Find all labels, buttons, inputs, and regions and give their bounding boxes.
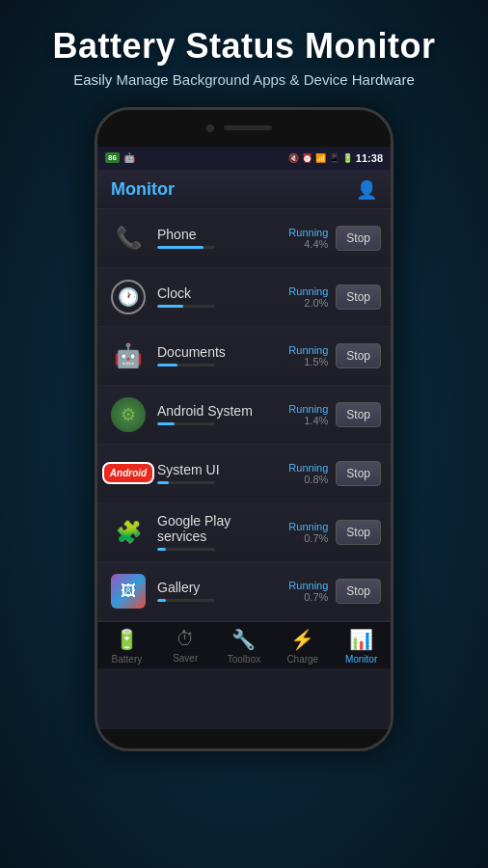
app-info-gallery: Gallery [149,580,288,602]
app-progress-system [157,422,215,425]
app-name-gallery: Gallery [157,580,281,595]
stop-button-gplay[interactable]: Stop [336,520,381,545]
profile-icon[interactable]: 👤 [356,179,377,201]
phone-home-bar [97,729,391,748]
list-item: 📞 Phone Running 4.4% Stop [97,209,391,268]
list-item: 🕐 Clock Running 2.0% Stop [97,268,391,327]
signal-icon: 📱 [329,153,339,163]
clock-app-icon: 🕐 [111,280,146,314]
list-item: 🤖 Documents Running 1.5% Stop [97,327,391,386]
app-header: Monitor 👤 [97,170,391,209]
nav-item-saver[interactable]: ⏱ Saver [156,628,215,665]
pct-text-docs: 1.5% [288,356,328,367]
app-title: Monitor [111,179,175,200]
nav-label-saver: Saver [173,653,198,664]
app-icon-docs-wrap: 🤖 [107,335,149,377]
app-name-phone: Phone [157,227,281,242]
saver-nav-icon: ⏱ [176,628,195,650]
app-status-docs: Running 1.5% [288,344,328,367]
running-text-gallery: Running [288,580,328,591]
app-info-system: Android System [149,403,288,425]
app-progress-bar-system [157,422,175,425]
app-progress-bar-phone [157,246,203,249]
status-bar: 86 🤖 🔇 ⏰ 📶 📱 🔋 11:38 [97,147,391,170]
app-name-sysui: System UI [157,462,281,477]
stop-button-docs[interactable]: Stop [336,343,381,368]
running-text-clock: Running [288,285,328,297]
toolbox-nav-icon: 🔧 [231,628,256,651]
running-text-phone: Running [288,227,328,238]
app-status-clock: Running 2.0% [288,285,328,309]
stop-button-system[interactable]: Stop [336,402,381,427]
stop-button-sysui[interactable]: Stop [336,461,381,486]
nav-label-battery: Battery [112,654,143,665]
nav-item-battery[interactable]: 🔋 Battery [97,628,156,665]
list-item: 🖼 Gallery Running 0.7% Stop [97,562,391,621]
app-info-phone: Phone [149,227,288,249]
app-progress-phone [157,246,215,249]
app-progress-bar-gallery [157,599,166,602]
app-screen: Monitor 👤 📞 Phone [97,170,391,729]
documents-app-icon: 🤖 [114,342,143,369]
phone-mockup: 86 🤖 🔇 ⏰ 📶 📱 🔋 11:38 Monitor 👤 [95,107,393,868]
mute-icon: 🔇 [288,153,299,163]
gallery-app-icon: 🖼 [111,574,146,609]
stop-button-clock[interactable]: Stop [336,285,381,310]
subtitle: Easily Manage Background Apps & Device H… [19,71,469,88]
battery-nav-icon: 🔋 [115,628,139,651]
nav-item-monitor[interactable]: 📊 Monitor [332,628,391,665]
running-text-sysui: Running [288,462,328,474]
app-icon-phone-wrap: 📞 [107,217,149,259]
alarm-icon: ⏰ [302,153,312,163]
phone-app-icon: 📞 [116,226,142,251]
app-icon-system-wrap: ⚙ [107,393,149,436]
system-ui-icon: Android [102,462,154,484]
app-name-system: Android System [157,403,281,419]
pct-text-gplay: 0.7% [288,532,328,544]
app-info-gplay: Google Play services [149,513,288,551]
app-progress-sysui [157,481,215,484]
nav-item-charge[interactable]: ⚡ Charge [273,628,332,665]
app-status-gplay: Running 0.7% [288,521,328,544]
app-info-docs: Documents [149,344,288,366]
phone-top [97,110,391,147]
bottom-nav: 🔋 Battery ⏱ Saver 🔧 Toolbox ⚡ Charge 📊 [97,621,391,668]
app-status-sysui: Running 0.8% [288,462,328,485]
app-icon-clock-wrap: 🕐 [107,276,149,318]
app-progress-gallery [157,599,215,602]
status-icon-robot: 🤖 [123,152,135,163]
app-icon-sysui-wrap: Android [107,452,149,495]
running-text-docs: Running [288,344,328,356]
pct-text-sysui: 0.8% [288,474,328,485]
nav-label-toolbox: Toolbox [228,654,260,665]
wifi-icon: 📶 [315,153,326,163]
phone-outer: 86 🤖 🔇 ⏰ 📶 📱 🔋 11:38 Monitor 👤 [95,107,393,751]
list-item: Android System UI Running 0.8% Stop [97,445,391,503]
list-item: 🧩 Google Play services Running 0.7% Stop [97,503,391,562]
header-area: Battery Status Monitor Easily Manage Bac… [0,0,488,97]
status-right: 🔇 ⏰ 📶 📱 🔋 11:38 [288,152,383,164]
time-display: 11:38 [356,152,383,164]
app-status-system: Running 1.4% [288,403,328,426]
nav-label-charge: Charge [286,654,318,665]
pct-text-system: 1.4% [288,415,328,426]
status-left: 86 🤖 [105,152,135,163]
stop-button-gallery[interactable]: Stop [336,579,381,604]
battery-icon: 🔋 [342,153,353,163]
app-name-clock: Clock [157,285,281,301]
app-list: 📞 Phone Running 4.4% Stop [97,209,391,621]
list-item: ⚙ Android System Running 1.4% Stop [97,386,391,445]
nav-item-toolbox[interactable]: 🔧 Toolbox [215,628,274,665]
pct-text-phone: 4.4% [288,238,328,250]
phone-speaker [224,125,272,130]
charge-nav-icon: ⚡ [290,628,314,651]
stop-button-phone[interactable]: Stop [336,226,381,251]
app-name-gplay: Google Play services [157,513,281,544]
phone-camera [206,124,214,132]
app-icon-gallery-wrap: 🖼 [107,570,149,612]
app-progress-bar-clock [157,305,183,308]
app-progress-bar-docs [157,364,177,366]
google-play-icon: 🧩 [116,520,142,545]
pct-text-clock: 2.0% [288,297,328,309]
running-text-gplay: Running [288,521,328,532]
